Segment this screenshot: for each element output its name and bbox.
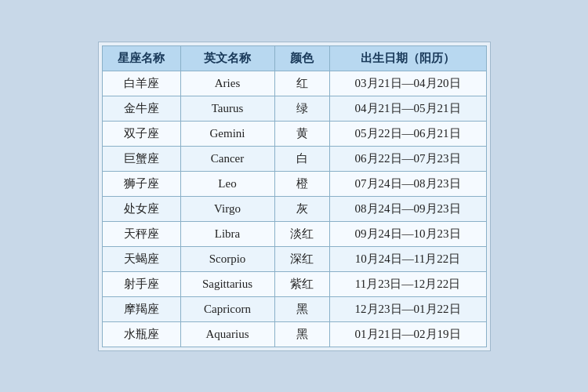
cell-color: 黑 — [274, 321, 329, 347]
zodiac-table-container: 星座名称 英文名称 颜色 出生日期（阳历） 白羊座Aries红03月21日—04… — [98, 42, 491, 351]
cell-en: Libra — [180, 221, 274, 246]
cell-en: Gemini — [180, 121, 274, 146]
table-row: 摩羯座Capricorn黑12月23日—01月22日 — [102, 296, 486, 321]
cell-en: Aquarius — [180, 321, 274, 347]
cell-color: 灰 — [274, 196, 329, 221]
cell-color: 深红 — [274, 246, 329, 271]
cell-cn: 水瓶座 — [102, 321, 180, 347]
cell-cn: 射手座 — [102, 271, 180, 296]
cell-en: Sagittarius — [180, 271, 274, 296]
cell-date: 12月23日—01月22日 — [329, 296, 486, 321]
cell-color: 橙 — [274, 171, 329, 196]
cell-date: 06月22日—07月23日 — [329, 146, 486, 171]
cell-date: 01月21日—02月19日 — [329, 321, 486, 347]
cell-cn: 天蝎座 — [102, 246, 180, 271]
cell-cn: 处女座 — [102, 196, 180, 221]
table-row: 处女座Virgo灰08月24日—09月23日 — [102, 196, 486, 221]
zodiac-table: 星座名称 英文名称 颜色 出生日期（阳历） 白羊座Aries红03月21日—04… — [102, 45, 487, 347]
cell-cn: 金牛座 — [102, 96, 180, 121]
table-row: 白羊座Aries红03月21日—04月20日 — [102, 71, 486, 96]
cell-en: Scorpio — [180, 246, 274, 271]
table-row: 金牛座Taurus绿04月21日—05月21日 — [102, 96, 486, 121]
cell-cn: 狮子座 — [102, 171, 180, 196]
table-row: 双子座Gemini黄05月22日—06月21日 — [102, 121, 486, 146]
cell-date: 11月23日—12月22日 — [329, 271, 486, 296]
cell-en: Virgo — [180, 196, 274, 221]
cell-color: 淡红 — [274, 221, 329, 246]
cell-date: 03月21日—04月20日 — [329, 71, 486, 96]
cell-color: 紫红 — [274, 271, 329, 296]
cell-cn: 巨蟹座 — [102, 146, 180, 171]
cell-color: 红 — [274, 71, 329, 96]
cell-cn: 双子座 — [102, 121, 180, 146]
cell-cn: 摩羯座 — [102, 296, 180, 321]
cell-date: 05月22日—06月21日 — [329, 121, 486, 146]
table-row: 水瓶座Aquarius黑01月21日—02月19日 — [102, 321, 486, 347]
cell-en: Capricorn — [180, 296, 274, 321]
cell-date: 08月24日—09月23日 — [329, 196, 486, 221]
table-row: 天蝎座Scorpio深红10月24日—11月22日 — [102, 246, 486, 271]
cell-color: 白 — [274, 146, 329, 171]
cell-en: Leo — [180, 171, 274, 196]
table-row: 天秤座Libra淡红09月24日—10月23日 — [102, 221, 486, 246]
cell-date: 04月21日—05月21日 — [329, 96, 486, 121]
header-cn: 星座名称 — [102, 45, 180, 71]
header-en: 英文名称 — [180, 45, 274, 71]
table-row: 射手座Sagittarius紫红11月23日—12月22日 — [102, 271, 486, 296]
cell-date: 07月24日—08月23日 — [329, 171, 486, 196]
cell-en: Cancer — [180, 146, 274, 171]
cell-color: 黑 — [274, 296, 329, 321]
table-row: 巨蟹座Cancer白06月22日—07月23日 — [102, 146, 486, 171]
cell-cn: 天秤座 — [102, 221, 180, 246]
cell-color: 黄 — [274, 121, 329, 146]
table-header-row: 星座名称 英文名称 颜色 出生日期（阳历） — [102, 45, 486, 71]
cell-date: 09月24日—10月23日 — [329, 221, 486, 246]
table-row: 狮子座Leo橙07月24日—08月23日 — [102, 171, 486, 196]
cell-en: Aries — [180, 71, 274, 96]
cell-en: Taurus — [180, 96, 274, 121]
cell-date: 10月24日—11月22日 — [329, 246, 486, 271]
cell-cn: 白羊座 — [102, 71, 180, 96]
header-color: 颜色 — [274, 45, 329, 71]
cell-color: 绿 — [274, 96, 329, 121]
header-date: 出生日期（阳历） — [329, 45, 486, 71]
